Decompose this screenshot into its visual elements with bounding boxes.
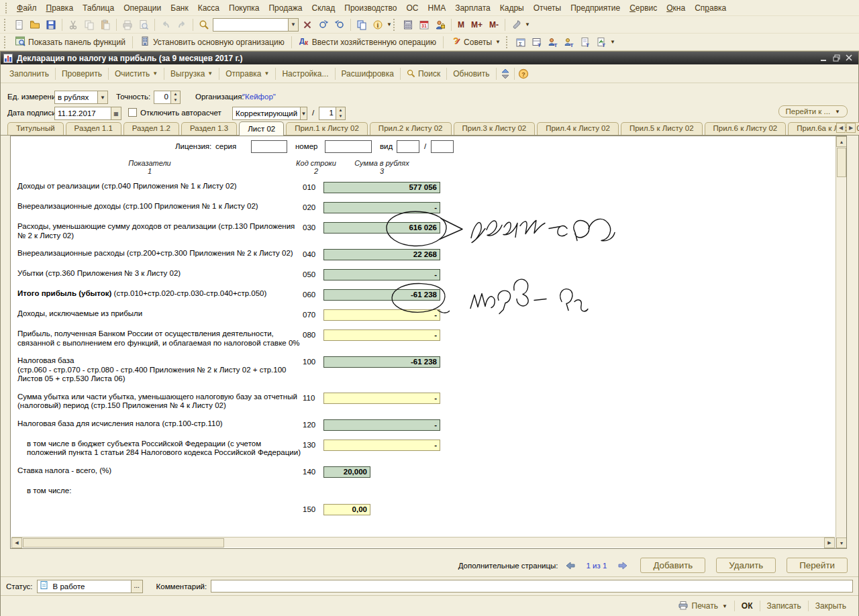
window-title-bar[interactable]: Декларация по налогу на прибыль (за 9 ме… bbox=[1, 52, 858, 64]
horizontal-scroll-thumb[interactable] bbox=[23, 538, 224, 548]
scroll-down-icon[interactable]: ▼ bbox=[836, 537, 847, 548]
toolbar-grip[interactable] bbox=[4, 19, 7, 31]
comment-input[interactable] bbox=[211, 580, 853, 593]
menu-item-7[interactable]: Покупка bbox=[224, 1, 264, 15]
correction-number-stepper[interactable]: 1▲▼ bbox=[319, 107, 346, 120]
cut-icon[interactable] bbox=[65, 17, 81, 32]
close-icon[interactable] bbox=[846, 54, 853, 62]
обновить-button[interactable]: Обновить bbox=[447, 66, 495, 81]
sheet-titles-icon[interactable]: T bbox=[577, 35, 593, 50]
menu-item-6[interactable]: Касса bbox=[193, 1, 224, 15]
header-names-icon[interactable]: T bbox=[561, 35, 577, 50]
расшифровка-button[interactable]: Расшифровка bbox=[336, 66, 400, 81]
row-value-field[interactable]: - bbox=[323, 440, 440, 451]
copy-icon[interactable] bbox=[81, 17, 97, 32]
previous-page-icon[interactable] bbox=[564, 560, 577, 572]
выгрузка-button[interactable]: Выгрузка▼ bbox=[164, 66, 219, 81]
goto-page-button[interactable]: Перейти bbox=[787, 558, 848, 573]
tab-лист-02[interactable]: Лист 02 bbox=[239, 121, 284, 136]
row-value-field[interactable]: 22 268 bbox=[323, 249, 440, 260]
поиск-button[interactable]: Поиск bbox=[401, 66, 446, 81]
row-value-field[interactable]: -61 238 bbox=[323, 356, 440, 368]
save-icon[interactable] bbox=[43, 17, 59, 32]
menu-item-3[interactable]: Таблица bbox=[78, 1, 119, 15]
find-next-icon[interactable] bbox=[315, 17, 332, 32]
menu-item-8[interactable]: Продажа bbox=[264, 1, 307, 15]
menu-item-18[interactable]: Окна bbox=[662, 1, 690, 15]
export-table-icon[interactable]: T bbox=[593, 35, 609, 50]
goto-button[interactable]: Перейти к ...▼ bbox=[778, 105, 848, 117]
status-browse-button[interactable]: ... bbox=[131, 580, 142, 593]
tab-прил-1-к-листу-02[interactable]: Прил.1 к Листу 02 bbox=[286, 122, 368, 135]
service-dropdown-icon[interactable]: ▼ bbox=[525, 21, 530, 28]
sign-date-field[interactable]: 11.12.2017▦ bbox=[54, 107, 121, 120]
row-value-field[interactable]: 20,000 bbox=[323, 466, 370, 478]
tab-раздел-1-2[interactable]: Раздел 1.2 bbox=[123, 122, 179, 135]
menu-item-13[interactable]: Зарплата bbox=[450, 1, 495, 15]
show-function-panel-button[interactable]: Показать панель функций bbox=[11, 35, 130, 50]
print-icon[interactable] bbox=[119, 17, 136, 32]
menu-item-19[interactable]: Справка bbox=[690, 1, 731, 15]
add-page-button[interactable]: Добавить bbox=[640, 558, 705, 573]
horizontal-scrollbar[interactable]: ◀ ▶ bbox=[11, 537, 835, 548]
настройка-button[interactable]: Настройка... bbox=[276, 66, 334, 81]
set-main-organization-button[interactable]: Установить основную организацию bbox=[136, 35, 289, 50]
print-button[interactable]: Печать▼ bbox=[671, 597, 734, 615]
find-prev-icon[interactable] bbox=[332, 17, 348, 32]
minimize-icon[interactable] bbox=[820, 54, 827, 62]
advice-button[interactable]: ? Советы ▼ bbox=[446, 35, 505, 50]
memory-button-mplus[interactable]: M+ bbox=[468, 19, 486, 31]
tab-прил-5-к-листу-02[interactable]: Прил.5 к Листу 02 bbox=[621, 122, 703, 135]
find-icon[interactable] bbox=[196, 17, 212, 32]
open-icon[interactable] bbox=[27, 17, 43, 32]
undo-icon[interactable] bbox=[158, 17, 174, 32]
menu-item-12[interactable]: НМА bbox=[423, 1, 451, 15]
info-dropdown-icon[interactable]: ▼ bbox=[387, 21, 392, 28]
ok-button[interactable]: ОК bbox=[735, 599, 760, 613]
tab-раздел-1-3[interactable]: Раздел 1.3 bbox=[181, 122, 237, 135]
menu-item-10[interactable]: Производство bbox=[340, 1, 401, 15]
tab-прил-3-к-листу-02[interactable]: Прил.3 к Листу 02 bbox=[454, 122, 536, 135]
menu-item-5[interactable]: Банк bbox=[166, 1, 193, 15]
tab-scroll-left-icon[interactable]: ◀ bbox=[836, 123, 846, 133]
close-button[interactable]: Закрыть bbox=[809, 599, 853, 613]
section-names-icon[interactable]: T bbox=[545, 35, 561, 50]
next-page-icon[interactable] bbox=[616, 560, 629, 572]
проверить-button[interactable]: Проверить bbox=[56, 66, 108, 81]
print-preview-icon[interactable] bbox=[136, 17, 152, 32]
tab-прил-6-к-листу-02[interactable]: Прил.6 к Листу 02 bbox=[705, 122, 787, 135]
row-value-field[interactable]: - bbox=[323, 419, 440, 431]
calendar-picker-icon[interactable]: ▦ bbox=[111, 107, 121, 119]
menu-item-1[interactable]: Файл bbox=[12, 1, 42, 15]
menu-item-9[interactable]: Склад bbox=[307, 1, 340, 15]
precision-stepper[interactable]: 0▲▼ bbox=[154, 91, 181, 104]
license-seriya-input[interactable] bbox=[251, 140, 287, 153]
status-field[interactable]: В работе ... bbox=[37, 580, 143, 593]
отправка-button[interactable]: Отправка▼ bbox=[219, 66, 275, 81]
collapse-expand-icon[interactable] bbox=[497, 66, 514, 81]
restore-icon[interactable] bbox=[833, 54, 840, 62]
menu-item-11[interactable]: ОС bbox=[402, 1, 423, 15]
quick-search-input[interactable] bbox=[213, 19, 288, 30]
delete-page-button[interactable]: Удалить bbox=[716, 558, 776, 573]
memory-button-m[interactable]: M bbox=[454, 19, 468, 31]
tab-титульный[interactable]: Титульный bbox=[7, 122, 64, 135]
row-value-field[interactable]: -61 238 bbox=[323, 289, 440, 301]
tab-прил-4-к-листу-02[interactable]: Прил.4 к Листу 02 bbox=[537, 122, 619, 135]
redo-icon[interactable] bbox=[174, 17, 190, 32]
toolbar-grip[interactable] bbox=[5, 3, 8, 13]
correction-select[interactable]: Корректирующий▼ bbox=[232, 107, 307, 120]
menu-item-16[interactable]: Предприятие bbox=[566, 1, 625, 15]
tab-раздел-1-1[interactable]: Раздел 1.1 bbox=[66, 122, 121, 135]
new-document-icon[interactable] bbox=[11, 17, 27, 32]
menu-item-14[interactable]: Кадры bbox=[495, 1, 529, 15]
tab-scroll-right-icon[interactable]: ▶ bbox=[846, 123, 856, 133]
row-value-field[interactable]: 616 026 bbox=[323, 222, 440, 234]
report-totals-icon[interactable]: Σ bbox=[513, 35, 529, 50]
row-value-field[interactable]: 0,00 bbox=[323, 504, 370, 515]
service-settings-icon[interactable] bbox=[508, 17, 524, 32]
scroll-left-icon[interactable]: ◀ bbox=[11, 537, 22, 548]
row-value-field[interactable]: 577 056 bbox=[323, 182, 440, 193]
save-button[interactable]: Записать bbox=[760, 599, 808, 613]
license-nomer-input[interactable] bbox=[325, 140, 372, 153]
